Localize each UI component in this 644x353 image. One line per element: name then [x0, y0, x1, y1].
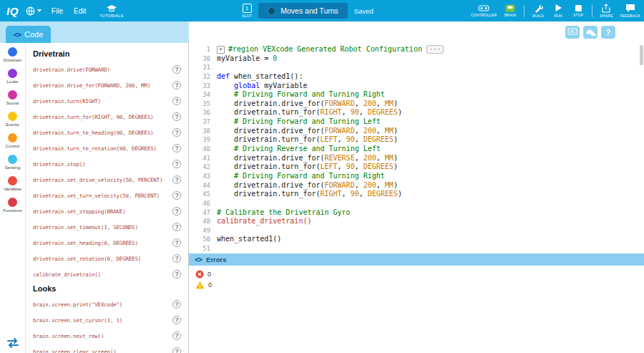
help-icon[interactable]: ?: [172, 300, 181, 309]
slot-button[interactable]: 1 SLOT: [242, 4, 252, 18]
help-icon[interactable]: ?: [172, 347, 181, 353]
tab-code[interactable]: <> Code: [6, 26, 51, 43]
sidebar-category-variables[interactable]: Variables: [0, 176, 26, 191]
palette-command[interactable]: drivetrain.turn_to_rotation(90, DEGREES)…: [33, 140, 188, 156]
palette-command[interactable]: brain.screen.next_row()?: [33, 328, 188, 344]
toolbar-divider: [524, 5, 525, 17]
language-selector[interactable]: [26, 6, 42, 16]
help-icon[interactable]: ?: [172, 238, 181, 247]
editor-scrollbar[interactable]: [640, 45, 643, 65]
swap-view-icon[interactable]: [6, 337, 20, 349]
console-icon[interactable]: [565, 26, 580, 39]
code-token: ): [394, 100, 398, 107]
help-icon[interactable]: ?: [172, 223, 181, 231]
code-line: 42 drivetrain.turn_for(LEFT, 90, DEGREES…: [189, 163, 644, 172]
code-token: #region VEXcode Generated Robot Configur…: [228, 45, 422, 53]
code-token: RIGHT: [321, 108, 342, 116]
code-line: 31: [189, 63, 644, 72]
help-icon[interactable]: ?: [172, 191, 181, 200]
palette-command-text: drivetrain.set_stopping(BRAKE): [33, 208, 125, 215]
palette-command[interactable]: drivetrain.drive(FORWARD)?: [33, 62, 188, 77]
feedback-button[interactable]: FEEDBACK: [620, 4, 640, 19]
stop-button[interactable]: STOP: [572, 4, 585, 18]
palette-command[interactable]: drivetrain.turn_for(RIGHT, 90, DEGREES)?: [33, 109, 188, 125]
code-line: 45 drivetrain.turn_for(RIGHT, 90, DEGREE…: [189, 190, 644, 199]
line-number: 44: [189, 181, 217, 190]
code-token: drivetrain.drive_for(: [217, 181, 325, 189]
help-icon[interactable]: ?: [172, 254, 181, 263]
help-icon[interactable]: ?: [172, 316, 181, 324]
project-name-box[interactable]: Moves and Turns: [258, 3, 348, 19]
code-token: ): [398, 190, 402, 198]
share-label: SHARE: [600, 14, 613, 18]
sidebar-category-functions[interactable]: Functions: [0, 198, 26, 213]
tutorials-label: TUTORIALS: [99, 14, 123, 18]
code-token: ): [394, 154, 398, 162]
command-palette: Drivetraindrivetrain.drive(FORWARD)?driv…: [26, 43, 189, 353]
menu-edit[interactable]: Edit: [74, 7, 86, 15]
help-icon[interactable]: ?: [172, 97, 181, 105]
run-button[interactable]: RUN: [552, 4, 565, 18]
line-number: 42: [189, 163, 217, 172]
help-icon[interactable]: ?: [601, 26, 615, 39]
palette-command[interactable]: drivetrain.set_drive_velocity(50, PERCEN…: [33, 172, 188, 188]
help-icon[interactable]: ?: [172, 207, 181, 216]
help-icon[interactable]: ?: [172, 128, 181, 137]
palette-command[interactable]: brain.screen.print("VEXcode")?: [33, 296, 188, 312]
graduation-cap-icon: [106, 4, 117, 13]
code-line: 34 # Driving Forward and Turning Right: [189, 90, 644, 100]
palette-command[interactable]: drivetrain.turn(RIGHT)?: [33, 93, 188, 109]
build-button[interactable]: BUILD: [532, 4, 545, 19]
sidebar-category-events[interactable]: Events: [0, 112, 26, 127]
category-label: Events: [6, 122, 19, 127]
palette-command[interactable]: brain.screen.clear_screen()?: [33, 344, 188, 353]
share-button[interactable]: SHARE: [600, 4, 613, 19]
code-editor[interactable]: 1+#region VEXcode Generated Robot Config…: [189, 43, 644, 253]
help-icon[interactable]: ?: [172, 160, 181, 168]
project-icon: [268, 7, 275, 15]
fold-icon[interactable]: +: [217, 46, 225, 54]
code-line: 36 drivetrain.turn_for(RIGHT, 90, DEGREE…: [189, 108, 644, 117]
palette-command[interactable]: drivetrain.turn_to_heading(90, DEGREES)?: [33, 125, 188, 140]
code-text: drivetrain.turn_for(LEFT, 90, DEGREES): [217, 135, 398, 145]
palette-command-text: drivetrain.turn(RIGHT): [33, 98, 101, 105]
cloud-glyph: [585, 28, 596, 37]
help-icon[interactable]: ?: [172, 270, 181, 279]
menu-file[interactable]: File: [52, 7, 63, 15]
errors-header[interactable]: <> Errors: [189, 253, 644, 266]
folded-code-ellipsis[interactable]: ···: [426, 45, 444, 54]
sidebar-category-control[interactable]: Control: [0, 133, 26, 148]
help-icon[interactable]: ?: [172, 112, 181, 121]
line-number: 45: [189, 190, 217, 199]
palette-command[interactable]: drivetrain.set_turn_velocity(50, PERCENT…: [33, 188, 188, 203]
sidebar-category-looks[interactable]: Looks: [0, 69, 26, 84]
palette-command[interactable]: brain.screen.set_cursor(1, 1)?: [33, 312, 188, 328]
sidebar-category-drivetrain[interactable]: Drivetrain: [0, 47, 26, 62]
palette-command[interactable]: drivetrain.set_rotation(0, DEGREES)?: [33, 251, 188, 266]
line-number: 49: [189, 226, 217, 236]
line-number: 33: [189, 82, 217, 91]
controller-button[interactable]: CONTROLLER: [471, 4, 497, 18]
cloud-icon[interactable]: [583, 26, 597, 39]
palette-command[interactable]: drivetrain.set_timeout(1, SECONDS)?: [33, 219, 188, 235]
help-icon[interactable]: ?: [172, 175, 181, 184]
code-line: 49: [189, 226, 644, 236]
help-icon[interactable]: ?: [172, 65, 181, 74]
palette-command[interactable]: drivetrain.drive_for(FORWARD, 200, MM)?: [33, 77, 188, 93]
help-icon[interactable]: ?: [172, 332, 181, 340]
palette-command[interactable]: drivetrain.set_heading(0, DEGREES)?: [33, 235, 188, 251]
sidebar-category-sensing[interactable]: Sensing: [0, 155, 26, 170]
brain-button[interactable]: BRAIN: [504, 4, 517, 18]
help-icon[interactable]: ?: [172, 144, 181, 153]
palette-command[interactable]: calibrate_drivetrain()?: [33, 266, 188, 282]
code-token: 200: [364, 100, 376, 107]
palette-command-text: drivetrain.turn_to_rotation(90, DEGREES): [33, 145, 157, 152]
palette-command[interactable]: drivetrain.stop()?: [33, 156, 188, 172]
line-number: 35: [189, 100, 217, 109]
errors-panel: <> Errors 0 ! 0: [189, 253, 644, 353]
palette-command[interactable]: drivetrain.set_stopping(BRAKE)?: [33, 203, 188, 219]
svg-text:!: !: [199, 283, 201, 289]
sidebar-category-sound[interactable]: Sound: [0, 90, 26, 105]
help-icon[interactable]: ?: [172, 81, 181, 90]
tutorials-button[interactable]: TUTORIALS: [99, 4, 123, 18]
